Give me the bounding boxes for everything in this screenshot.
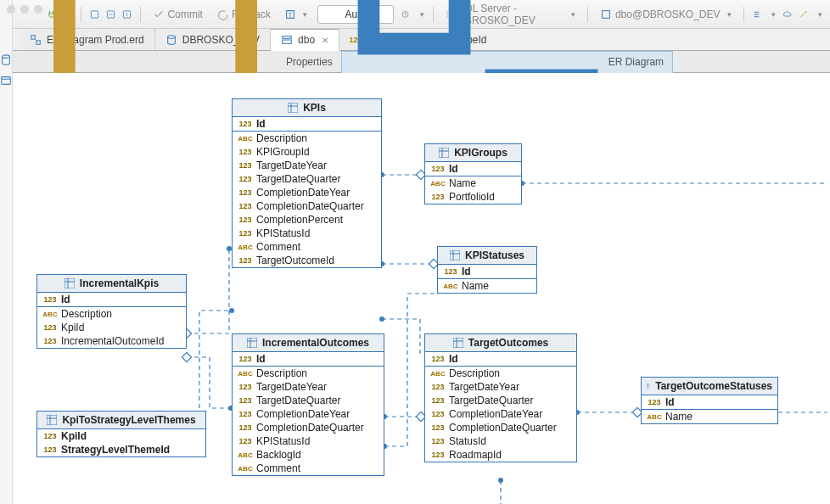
number-type-icon: 123 xyxy=(430,395,446,406)
table-column[interactable]: ABCName xyxy=(425,176,521,190)
table-column[interactable]: 123KPIStatusId xyxy=(233,227,381,240)
column-name: TargetDateQuarter xyxy=(449,395,533,406)
table-column[interactable]: 123KpiId xyxy=(37,429,205,443)
projects-icon[interactable] xyxy=(0,75,12,87)
svg-rect-63 xyxy=(453,338,463,348)
table-column[interactable]: 123TargetDateYear xyxy=(233,159,381,172)
number-type-icon: 123 xyxy=(238,255,253,266)
table-column[interactable]: ABCDescription xyxy=(425,367,576,380)
svg-rect-16 xyxy=(283,36,292,39)
number-type-icon: 123 xyxy=(430,164,446,174)
connection-combo-2[interactable]: dbo@DBROSKO_DEV▾ xyxy=(597,7,735,22)
table-column[interactable]: 123CompletionDateYear xyxy=(233,186,381,199)
svg-rect-45 xyxy=(288,103,298,113)
subtab-er-diagram[interactable]: ER Diagram xyxy=(341,51,673,73)
number-type-icon: 123 xyxy=(238,201,253,211)
table-column[interactable]: 123Id xyxy=(425,352,576,367)
table-column[interactable]: 123TargetDateQuarter xyxy=(233,172,381,186)
table-column[interactable]: 123TargetDateYear xyxy=(425,380,576,394)
number-type-icon: 123 xyxy=(238,382,253,392)
table-column[interactable]: ABCBacklogId xyxy=(233,448,384,462)
text-type-icon: ABC xyxy=(443,281,458,291)
table-column[interactable]: 123Id xyxy=(425,162,521,176)
svg-rect-19 xyxy=(368,0,459,44)
svg-point-31 xyxy=(229,308,234,313)
close-window-button[interactable] xyxy=(7,5,15,14)
svg-text:T: T xyxy=(289,10,293,18)
subtab-label: Properties xyxy=(286,56,333,68)
table-column[interactable]: ABCDescription xyxy=(233,132,381,145)
table-kpigroups[interactable]: KPIGroups 123IdABCName123PortfolioId xyxy=(424,143,522,204)
column-name: TargetDateYear xyxy=(449,381,519,393)
number-type-icon: 123 xyxy=(430,450,446,460)
table-column[interactable]: 123StatusId xyxy=(425,434,576,448)
wand-icon[interactable] xyxy=(799,8,808,20)
table-icon xyxy=(288,103,298,113)
window-controls[interactable] xyxy=(7,5,42,14)
database-icon[interactable] xyxy=(0,54,12,66)
column-name: KPIStatusId xyxy=(256,227,310,239)
number-type-icon: 123 xyxy=(430,423,446,433)
table-column[interactable]: 123KpiId xyxy=(37,321,186,334)
table-column[interactable]: 123CompletionDateQuarter xyxy=(233,421,384,434)
table-column[interactable]: 123RoadmapId xyxy=(425,448,576,462)
table-column[interactable]: 123TargetDateYear xyxy=(233,380,384,394)
number-type-icon: 123 xyxy=(42,322,58,333)
column-name: TargetDateYear xyxy=(256,381,327,393)
table-column[interactable]: 123TargetDateQuarter xyxy=(425,394,576,407)
tx-mode-button[interactable]: T▾ xyxy=(281,7,311,22)
number-type-icon: 123 xyxy=(238,147,253,157)
table-column[interactable]: 123KPIStatusId xyxy=(233,434,384,448)
table-column[interactable]: 123Id xyxy=(233,117,381,132)
close-icon[interactable]: ✕ xyxy=(322,36,328,45)
table-icon xyxy=(64,278,75,288)
table-icon xyxy=(247,338,257,348)
table-column[interactable]: ABCComment xyxy=(233,462,384,475)
text-type-icon: ABC xyxy=(238,463,253,473)
minimize-window-button[interactable] xyxy=(20,5,29,14)
table-column[interactable]: ABCComment xyxy=(233,240,381,254)
table-column[interactable]: 123Id xyxy=(233,352,384,367)
subtab-properties[interactable]: Properties xyxy=(20,51,341,72)
svg-rect-17 xyxy=(283,40,292,43)
column-name: CompletionDateYear xyxy=(449,408,542,420)
table-column[interactable]: 123CompletionPercent xyxy=(233,213,381,227)
table-column[interactable]: 123CompletionDateQuarter xyxy=(233,199,381,213)
number-type-icon: 123 xyxy=(238,395,253,406)
table-targetoutcomes[interactable]: TargetOutcomes 123IdABCDescription123Tar… xyxy=(424,333,577,462)
table-kpis[interactable]: KPIs 123IdABCDescription123KPIGroupId123… xyxy=(232,98,382,268)
zoom-window-button[interactable] xyxy=(34,5,42,14)
table-column[interactable]: 123CompletionDateYear xyxy=(233,407,384,421)
svg-rect-57 xyxy=(47,415,57,425)
table-column[interactable]: 123PortfolioId xyxy=(425,190,521,204)
table-column[interactable]: 123TargetDateQuarter xyxy=(233,394,384,407)
table-column[interactable]: 123CompletionDateQuarter xyxy=(425,421,576,434)
table-column[interactable]: ABCDescription xyxy=(233,367,384,380)
list-icon[interactable] xyxy=(752,8,761,20)
table-column[interactable]: ABCName xyxy=(438,279,536,293)
column-name: Comment xyxy=(256,462,300,474)
table-targetoutcomestatuses[interactable]: TargetOutcomeStatuses 123IdABCName xyxy=(641,377,778,424)
table-incrementalkpis[interactable]: IncrementalKpis 123IdABCDescription123Kp… xyxy=(36,274,187,349)
table-kpitostrategylevelthemes[interactable]: KpiToStrategyLevelThemes 123KpiId123Stra… xyxy=(36,411,206,457)
table-column[interactable]: 123TargetOutcomeId xyxy=(233,254,381,267)
number-type-icon: 123 xyxy=(238,215,253,225)
table-column[interactable]: 123Id xyxy=(37,293,186,307)
table-column[interactable]: ABCDescription xyxy=(37,307,186,321)
cloud-icon[interactable] xyxy=(782,8,792,20)
column-name: CompletionDateQuarter xyxy=(256,200,364,212)
table-incrementaloutcomes[interactable]: IncrementalOutcomes 123IdABCDescription1… xyxy=(232,333,384,476)
table-column[interactable]: 123Id xyxy=(642,395,777,410)
table-column[interactable]: 123CompletionDateYear xyxy=(425,407,576,421)
table-column[interactable]: 123StrategyLevelThemeId xyxy=(37,443,205,456)
table-kpistatuses[interactable]: KPIStatuses 123IdABCName xyxy=(437,246,537,294)
er-diagram-canvas[interactable]: KPIs 123IdABCDescription123KPIGroupId123… xyxy=(13,73,830,504)
table-column[interactable]: ABCName xyxy=(642,410,777,423)
number-type-icon: 123 xyxy=(238,160,253,171)
number-type-icon: 123 xyxy=(238,423,253,433)
table-columns: 123IdABCName xyxy=(642,395,777,423)
table-column[interactable]: 123IncrementalOutcomeId xyxy=(37,334,186,348)
table-column[interactable]: 123Id xyxy=(438,265,536,279)
table-column[interactable]: 123KPIGroupId xyxy=(233,145,381,159)
table-icon xyxy=(647,381,650,391)
